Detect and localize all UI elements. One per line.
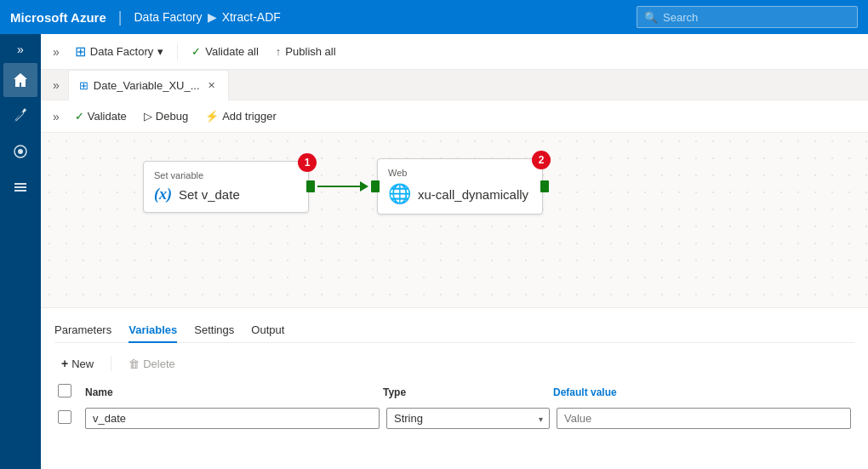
- factory-icon: ⊞: [75, 43, 86, 60]
- tab-variables[interactable]: Variables: [128, 318, 177, 343]
- top-bar-separator: |: [118, 9, 123, 26]
- breadcrumb-factory[interactable]: Data Factory: [134, 10, 202, 24]
- new-variable-button[interactable]: + New: [54, 353, 100, 374]
- sub-toolbar-toggle[interactable]: »: [48, 106, 65, 127]
- variable-name-input[interactable]: [85, 408, 380, 429]
- tab-output[interactable]: Output: [251, 318, 284, 343]
- table-header: Name Type Default value: [54, 384, 854, 401]
- tab-close-button[interactable]: ✕: [205, 79, 218, 92]
- debug-button[interactable]: ▷ Debug: [137, 106, 195, 126]
- web-node[interactable]: Web 🌐 xu-call_dynamically 2: [377, 158, 543, 214]
- tab-parameters[interactable]: Parameters: [54, 318, 111, 343]
- validate-check-icon: ✓: [191, 45, 201, 58]
- validate-icon: ✓: [75, 110, 84, 123]
- toolbar-separator-1: [177, 43, 178, 60]
- trigger-icon: ⚡: [205, 110, 219, 123]
- plus-icon: +: [61, 357, 68, 370]
- header-name: Name: [85, 386, 383, 398]
- svg-point-1: [18, 149, 23, 154]
- sidebar-item-monitor[interactable]: [3, 134, 37, 169]
- bottom-tabs: Parameters Variables Settings Output: [54, 318, 854, 343]
- validate-label: Validate: [88, 110, 127, 123]
- brand-label: Microsoft Azure: [10, 10, 106, 25]
- breadcrumb-arrow: ▶: [208, 10, 217, 24]
- type-select-wrap: String Boolean Integer Float Array ▾: [386, 408, 550, 429]
- sub-toolbar: » ✓ Validate ▷ Debug ⚡ Add trigger: [41, 100, 868, 133]
- sidebar: »: [0, 34, 41, 469]
- pipeline-canvas-area: Set variable (x) Set v_date 1: [41, 133, 868, 307]
- sidebar-item-home[interactable]: [3, 63, 37, 97]
- main-layout: » » ⊞ Data Factory ▾ ✓ Validate all: [0, 34, 868, 469]
- table-row: String Boolean Integer Float Array ▾: [54, 406, 854, 431]
- node2-badge: 2: [532, 151, 551, 169]
- tab-bar-toggle[interactable]: »: [48, 75, 65, 95]
- variables-toolbar: + New 🗑 Delete: [54, 353, 854, 374]
- bottom-panel: Parameters Variables Settings Output + N…: [41, 307, 868, 469]
- node1-type-label: Set variable: [154, 170, 298, 180]
- search-input[interactable]: [663, 11, 850, 24]
- publish-all-button[interactable]: ↑ Publish all: [269, 42, 343, 61]
- variable-type-select[interactable]: String Boolean Integer Float Array: [386, 408, 550, 429]
- content-area: » ⊞ Data Factory ▾ ✓ Validate all ↑ Publ…: [41, 34, 868, 469]
- sidebar-item-manage[interactable]: [3, 170, 37, 204]
- breadcrumb: Data Factory ▶ Xtract-ADF: [134, 10, 280, 24]
- toolbar-toggle[interactable]: »: [48, 42, 65, 62]
- select-all-checkbox[interactable]: [58, 384, 71, 398]
- pipeline-tab-label: Date_Variable_XU_...: [94, 79, 200, 92]
- publish-icon: ↑: [276, 45, 282, 58]
- row-type-col: String Boolean Integer Float Array ▾: [386, 408, 557, 429]
- tab-settings[interactable]: Settings: [194, 318, 234, 343]
- row-checkbox[interactable]: [58, 410, 71, 424]
- tab-bar: » ⊞ Date_Variable_XU_... ✕: [41, 70, 868, 100]
- delete-variable-button[interactable]: 🗑 Delete: [122, 354, 182, 374]
- publish-all-label: Publish all: [285, 45, 335, 58]
- node2-right-connector: [540, 180, 549, 192]
- validate-button[interactable]: ✓ Validate: [68, 106, 134, 126]
- row-default-col: [557, 408, 851, 429]
- node1-badge: 1: [298, 153, 317, 172]
- factory-dropdown-icon: ▾: [157, 45, 163, 58]
- variable-icon: (x): [154, 186, 172, 203]
- globe-icon: 🌐: [388, 183, 411, 205]
- factory-label: Data Factory: [90, 45, 153, 58]
- node1-right-connector: [306, 180, 315, 192]
- top-bar: Microsoft Azure | Data Factory ▶ Xtract-…: [0, 0, 868, 34]
- header-type: Type: [383, 386, 553, 398]
- search-box[interactable]: 🔍: [637, 6, 858, 28]
- pipeline-tab[interactable]: ⊞ Date_Variable_XU_... ✕: [68, 70, 229, 100]
- row-name-col: [85, 408, 386, 429]
- arrow-head: [360, 181, 368, 192]
- variables-table: Name Type Default value: [54, 384, 854, 431]
- delete-icon: 🗑: [128, 357, 140, 370]
- node2-type-label: Web: [388, 168, 532, 178]
- add-trigger-button[interactable]: ⚡ Add trigger: [198, 106, 283, 126]
- trigger-label: Add trigger: [222, 110, 277, 123]
- vars-toolbar-separator: [111, 356, 111, 371]
- toolbar: » ⊞ Data Factory ▾ ✓ Validate all ↑ Publ…: [41, 34, 868, 70]
- validate-all-label: Validate all: [205, 45, 259, 58]
- node2-name: xu-call_dynamically: [418, 187, 528, 202]
- debug-icon: ▷: [144, 110, 152, 123]
- node1-content: (x) Set v_date: [154, 186, 298, 203]
- arrow-connector: [317, 181, 368, 192]
- node2-left-connector: [371, 180, 380, 192]
- validate-all-button[interactable]: ✓ Validate all: [185, 42, 266, 61]
- sidebar-item-author[interactable]: [3, 99, 37, 133]
- sidebar-collapse-toggle[interactable]: »: [0, 37, 41, 61]
- delete-label: Delete: [143, 357, 175, 370]
- breadcrumb-instance[interactable]: Xtract-ADF: [222, 10, 281, 24]
- new-label: New: [71, 357, 94, 370]
- node1-name: Set v_date: [179, 187, 240, 202]
- arrow-line: [317, 186, 360, 187]
- pipeline-tab-icon: ⊞: [79, 79, 89, 92]
- node2-content: 🌐 xu-call_dynamically: [388, 183, 532, 205]
- header-default: Default value: [553, 386, 851, 398]
- debug-label: Debug: [156, 110, 188, 123]
- factory-selector[interactable]: ⊞ Data Factory ▾: [68, 40, 170, 63]
- search-icon: 🔍: [644, 11, 658, 24]
- variable-default-input[interactable]: [557, 408, 851, 429]
- row-check-col: [58, 410, 85, 427]
- set-variable-node[interactable]: Set variable (x) Set v_date 1: [143, 161, 309, 213]
- header-check-col: [58, 384, 85, 401]
- pipeline-flow: Set variable (x) Set v_date 1: [143, 158, 543, 214]
